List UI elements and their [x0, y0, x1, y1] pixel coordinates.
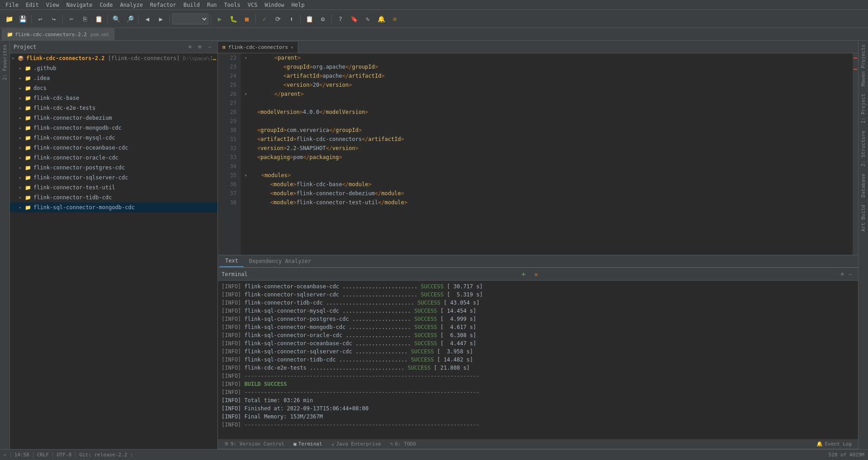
menu-run[interactable]: Run [203, 0, 221, 10]
tree-connector-postgres[interactable]: ▸ 📁 flink-connector-postgres-cdc [10, 163, 217, 173]
tree-flink-cdc-e2e[interactable]: ▸ 📁 flink-cdc-e2e-tests [10, 103, 217, 113]
code-line-28: <modelVersion>4.0.0</modelVersion> [244, 108, 849, 117]
menu-build[interactable]: Build [180, 0, 203, 10]
toolbar-help-btn[interactable]: ? [334, 13, 347, 25]
maven-projects-tab[interactable]: Maven Projects [859, 41, 868, 90]
toolbar-tasks-btn[interactable]: 📋 [303, 13, 316, 25]
java-enterprise-icon: ☕ [331, 441, 335, 447]
toolbar-replace[interactable]: 🔎 [123, 13, 136, 25]
project-tree: ▾ 📦 flink-cdc-connectors-2.2 [flink-cdc-… [10, 53, 217, 449]
structure-tab[interactable]: 2: Structure [859, 127, 868, 170]
terminal-settings-btn[interactable]: ⚙ [838, 270, 846, 278]
project-panel-settings[interactable]: ⚙ [186, 43, 194, 51]
tab-text[interactable]: Text [220, 255, 244, 267]
project-tab-label: flink-cdc-connectors-2.2 [15, 32, 87, 38]
toolbar-debug-btn[interactable]: 🐛 [227, 13, 240, 25]
toolbar-config-combo[interactable] [172, 14, 208, 24]
toolbar-paste[interactable]: 📋 [92, 13, 105, 25]
editor-tab-pom[interactable]: ⊞ flink-cdc-connectors ✕ [218, 41, 298, 53]
toolbar-copy[interactable]: ⎘ [79, 13, 91, 25]
editor-tab-close[interactable]: ✕ [291, 45, 293, 50]
project-panel-gear[interactable]: ⊞ [196, 43, 204, 51]
tree-connector-mongodb-label: flink-connector-mongodb-cdc [33, 125, 122, 131]
toolbar-undo[interactable]: ↩ [34, 13, 47, 25]
tree-docs[interactable]: ▸ 📁 docs [10, 83, 217, 93]
tree-connector-mongodb[interactable]: ▸ 📁 flink-connector-mongodb-cdc [10, 123, 217, 133]
toolbar-back[interactable]: ◀ [141, 13, 154, 25]
tree-connector-tidb[interactable]: ▸ 📁 flink-connector-tidb-cdc [10, 192, 217, 202]
terminal-tab[interactable]: ▣ Terminal [289, 440, 327, 449]
toolbar-vcs-btn[interactable]: ✓ [258, 13, 271, 25]
vcs-tab[interactable]: ⑨ 9: Version Control [220, 440, 289, 449]
menu-view[interactable]: View [42, 0, 63, 10]
project-tab-right[interactable]: 1: Project [859, 90, 868, 127]
favorites-tab[interactable]: 2: Favorites [0, 41, 9, 84]
todo-tab[interactable]: ✎ 6: TODO [386, 440, 420, 449]
line-num-30: 30 [222, 126, 236, 135]
event-log-tab[interactable]: 🔔 Event Log [812, 440, 856, 449]
code-content[interactable]: ▾ <parent> <groupId>org.apache</groupId>… [241, 53, 853, 255]
toolbar-power-btn[interactable]: ⊘ [388, 13, 401, 25]
toolbar-todo-btn[interactable]: ✎ [361, 13, 374, 25]
database-tab[interactable]: Database [859, 170, 868, 201]
toolbar-update-btn[interactable]: ⟳ [272, 13, 284, 25]
line-num-36: 36 [222, 180, 236, 189]
art-build-tab[interactable]: Art Build [859, 201, 868, 235]
tree-connector-debezium[interactable]: ▸ 📁 flink-connector-debezium [10, 113, 217, 123]
editor-area: ⊞ flink-cdc-connectors ✕ 22 23 24 25 26 … [218, 41, 858, 268]
toolbar-find[interactable]: 🔍 [110, 13, 123, 25]
project-panel-collapse[interactable]: – [206, 43, 214, 51]
tree-sql-connector-mongodb[interactable]: ▸ 📁 flink-sql-connector-mongodb-cdc [10, 202, 217, 212]
folder-icon-docs: 📁 [24, 84, 32, 92]
tab-project[interactable]: 📁 flink-cdc-connectors-2.2 pom.xml [2, 28, 114, 40]
code-line-33: <packaging>pom</packaging> [244, 153, 849, 162]
status-charset[interactable]: UTF-8 [57, 452, 71, 458]
toolbar-notifications-btn[interactable]: 🔔 [375, 13, 387, 25]
toolbar-save[interactable]: 💾 [16, 13, 29, 25]
toolbar-open-file[interactable]: 📁 [3, 13, 15, 25]
toolbar-cut[interactable]: ✂ [65, 13, 78, 25]
toolbar-forward[interactable]: ▶ [155, 13, 167, 25]
tree-connector-mysql[interactable]: ▸ 📁 flink-connector-mysql-cdc [10, 133, 217, 143]
java-enterprise-tab[interactable]: ☕ Java Enterprise [327, 440, 386, 449]
terminal-close-btn[interactable]: ✕ [530, 268, 542, 281]
code-line-29 [244, 117, 849, 126]
fold-26[interactable]: ▾ [244, 91, 247, 97]
menu-analyze[interactable]: Analyze [116, 0, 146, 10]
toolbar-run-btn[interactable]: ▶ [213, 13, 226, 25]
menu-file[interactable]: File [2, 0, 22, 10]
fold-35[interactable]: ▾ [244, 172, 247, 178]
tab-dependency-analyzer[interactable]: Dependency Analyzer [244, 255, 316, 267]
menu-window[interactable]: Window [261, 0, 288, 10]
terminal-minimize-btn[interactable]: – [846, 270, 854, 278]
tree-connector-sqlserver[interactable]: ▸ 📁 flink-connector-sqlserver-cdc [10, 173, 217, 183]
toolbar-sep-1 [31, 14, 32, 23]
menu-refactor[interactable]: Refactor [146, 0, 180, 10]
menu-navigate[interactable]: Navigate [63, 0, 96, 10]
status-position[interactable]: 14:58 [14, 452, 29, 458]
tree-connector-oceanbase[interactable]: ▸ 📁 flink-connector-oceanbase-cdc [10, 143, 217, 153]
tree-connector-oracle[interactable]: ▸ 📁 flink-connector-oracle-cdc [10, 153, 217, 163]
status-branch[interactable]: Git: release-2.2 : [79, 452, 133, 458]
toolbar-stop-btn[interactable]: ■ [241, 13, 253, 25]
terminal-content[interactable]: [INFO] flink-connector-oceanbase-cdc ...… [218, 281, 858, 439]
toolbar-push-btn[interactable]: ⬆ [285, 13, 298, 25]
tree-connector-test-util[interactable]: ▸ 📁 flink-connector-test-util [10, 183, 217, 192]
status-encoding[interactable]: CRLF [37, 452, 49, 458]
toolbar-bookmark-btn[interactable]: 🔖 [348, 13, 360, 25]
line-num-33: 33 [222, 153, 236, 162]
tree-github[interactable]: ▸ 📁 .github [10, 63, 217, 73]
tree-root[interactable]: ▾ 📦 flink-cdc-connectors-2.2 [flink-cdc-… [10, 53, 217, 63]
menu-vcs[interactable]: VCS [244, 0, 261, 10]
fold-22[interactable]: ▾ [244, 55, 247, 61]
tree-idea[interactable]: ▸ 📁 .idea [10, 73, 217, 83]
menu-edit[interactable]: Edit [22, 0, 42, 10]
toolbar-settings-btn[interactable]: ⚙ [316, 13, 329, 25]
menu-tools[interactable]: Tools [221, 0, 244, 10]
terminal-add-btn[interactable]: + [517, 268, 530, 281]
tree-flink-cdc-base[interactable]: ▸ 📁 flink-cdc-base [10, 93, 217, 103]
menu-code[interactable]: Code [96, 0, 117, 10]
todo-icon: ✎ [390, 441, 393, 447]
toolbar-redo[interactable]: ↪ [47, 13, 60, 25]
menu-help[interactable]: Help [288, 0, 308, 10]
